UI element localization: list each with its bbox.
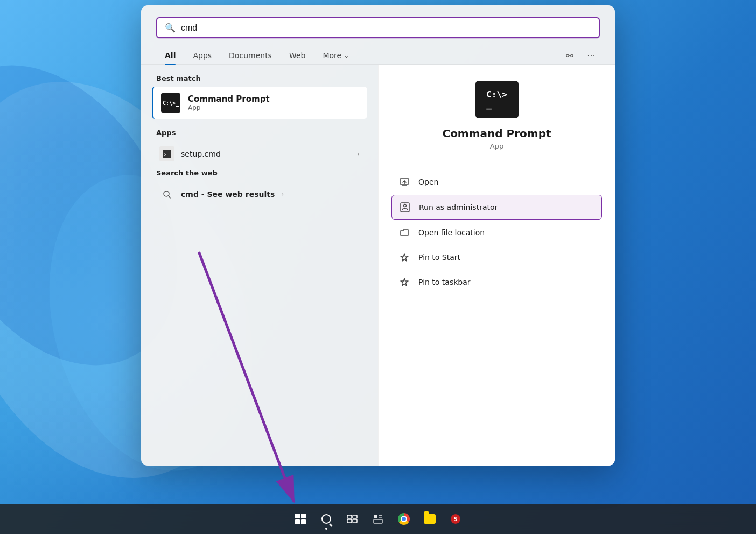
right-panel: C:\>_ Command Prompt App Open Run as adm…: [378, 65, 615, 466]
taskbar-extra-button[interactable]: S: [444, 507, 467, 531]
svg-rect-16: [374, 515, 377, 518]
taskbar-start-button[interactable]: [289, 507, 312, 531]
open-file-location-icon: [398, 226, 411, 239]
app-preview-icon: C:\>_: [475, 81, 519, 118]
search-web-chevron: ›: [281, 191, 284, 198]
best-match-item[interactable]: C:\>_ Command Prompt App: [152, 87, 367, 119]
svg-text:>_: >_: [164, 152, 169, 157]
extra-app-icon: S: [450, 513, 461, 525]
run-as-admin-label: Run as administrator: [419, 203, 498, 212]
pin-to-taskbar-icon: [398, 276, 411, 289]
taskbar-search-button[interactable]: [314, 507, 338, 531]
best-match-label: Best match: [152, 74, 367, 82]
open-label: Open: [418, 178, 438, 186]
apps-item-setup-cmd[interactable]: >_ setup.cmd ›: [152, 141, 367, 167]
run-as-admin-icon: [398, 201, 411, 214]
chrome-icon: [398, 513, 410, 525]
action-pin-to-taskbar[interactable]: Pin to taskbar: [391, 270, 602, 294]
taskbar-search-icon: [321, 514, 331, 524]
search-web-icon: [159, 187, 174, 202]
search-web-item[interactable]: cmd - See web results ›: [152, 181, 367, 207]
search-bar-container: 🔍: [141, 5, 615, 44]
search-web-query: cmd: [181, 190, 199, 199]
svg-point-9: [404, 205, 407, 207]
action-pin-to-start[interactable]: Pin to Start: [391, 245, 602, 269]
apps-item-chevron: ›: [357, 150, 360, 158]
pin-to-start-label: Pin to Start: [418, 253, 460, 262]
svg-rect-14: [347, 519, 352, 523]
main-content: Best match C:\>_ Command Prompt App Apps…: [141, 65, 615, 466]
app-preview: C:\>_ Command Prompt App: [391, 81, 602, 161]
tab-web[interactable]: Web: [281, 47, 314, 64]
widgets-icon: [373, 514, 383, 524]
taskview-icon: [347, 514, 358, 524]
taskbar: S: [0, 504, 756, 534]
apps-item-label: setup.cmd: [181, 150, 351, 158]
share-icon-btn[interactable]: ⚯: [561, 47, 578, 64]
app-preview-title: Command Prompt: [442, 127, 551, 140]
search-web-suffix: - See web results: [199, 190, 275, 199]
left-panel: Best match C:\>_ Command Prompt App Apps…: [141, 65, 378, 466]
action-open-file-location[interactable]: Open file location: [391, 221, 602, 244]
search-input[interactable]: [181, 23, 591, 33]
svg-line-6: [169, 196, 171, 198]
search-bar-icon: 🔍: [165, 23, 176, 33]
svg-rect-17: [379, 515, 382, 516]
apps-section-label: Apps: [152, 129, 367, 137]
action-open[interactable]: Open: [391, 170, 602, 194]
setup-cmd-icon: >_: [159, 146, 174, 161]
svg-rect-18: [379, 517, 382, 518]
tab-all[interactable]: All: [156, 47, 184, 64]
pin-to-taskbar-label: Pin to taskbar: [418, 278, 471, 286]
search-web-label: Search the web: [152, 169, 367, 177]
svg-rect-13: [353, 515, 357, 518]
cmd-app-icon: C:\>_: [161, 93, 180, 113]
open-file-location-label: Open file location: [418, 228, 485, 237]
svg-rect-19: [374, 519, 382, 523]
best-match-title: Command Prompt: [188, 94, 270, 104]
tab-apps[interactable]: Apps: [184, 47, 220, 64]
more-options-btn[interactable]: ···: [583, 47, 600, 64]
best-match-subtitle: App: [188, 104, 270, 111]
svg-text:S: S: [453, 516, 457, 522]
explorer-icon: [424, 514, 436, 524]
taskbar-active-indicator: [325, 528, 327, 530]
svg-rect-12: [347, 515, 352, 518]
search-bar[interactable]: 🔍: [156, 17, 600, 38]
taskbar-taskview-button[interactable]: [340, 507, 364, 531]
best-match-text: Command Prompt App: [188, 94, 270, 111]
taskbar-widgets-button[interactable]: [366, 507, 390, 531]
search-web-text: cmd - See web results: [181, 190, 275, 199]
open-icon: [398, 175, 411, 188]
tab-documents[interactable]: Documents: [220, 47, 281, 64]
pin-to-start-icon: [398, 251, 411, 264]
windows-logo-icon: [295, 514, 306, 524]
tab-more[interactable]: More: [314, 47, 358, 64]
svg-rect-15: [353, 519, 357, 523]
taskbar-explorer-button[interactable]: [418, 507, 442, 531]
filter-tabs: All Apps Documents Web More ⚯ ···: [141, 44, 615, 65]
tabs-right-buttons: ⚯ ···: [561, 47, 600, 64]
action-run-as-admin[interactable]: Run as administrator: [391, 195, 602, 220]
app-preview-type: App: [490, 142, 503, 150]
taskbar-chrome-button[interactable]: [392, 507, 416, 531]
start-menu: 🔍 All Apps Documents Web More ⚯ ··· Best…: [141, 5, 615, 466]
